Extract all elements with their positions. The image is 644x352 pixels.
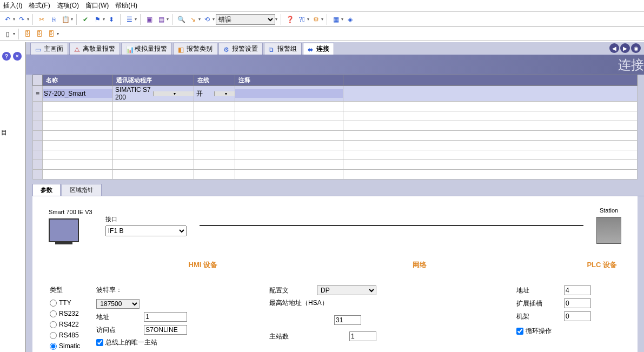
nav-next-button[interactable]: ▶	[620, 43, 630, 53]
tab-alarm-class[interactable]: ◧报警类别	[173, 43, 217, 55]
interface-select[interactable]: IF1 B	[105, 225, 187, 236]
help-dropdown[interactable]: ▾	[307, 17, 309, 22]
hmi-addr-input[interactable]	[144, 312, 187, 322]
goto-dropdown[interactable]: ▾	[198, 17, 201, 22]
table-row-empty[interactable]	[33, 131, 638, 141]
menu-insert[interactable]: 插入(I)	[3, 1, 22, 10]
layers-icon[interactable]: ◈	[344, 14, 355, 25]
tab-alarm-group[interactable]: ⧉报警组	[264, 43, 302, 55]
tab-analog-alarm[interactable]: 📊模拟量报警	[121, 43, 172, 55]
undo-dropdown[interactable]: ▾	[13, 17, 15, 22]
paste-icon[interactable]: 📋	[60, 14, 71, 25]
redo-dropdown[interactable]: ▾	[27, 17, 29, 22]
close-panel-button[interactable]: ?	[2, 52, 11, 61]
radio-rs485[interactable]	[50, 332, 57, 339]
hsa-input[interactable]	[334, 315, 361, 325]
radio-simatic[interactable]	[50, 343, 57, 350]
db-dropdown[interactable]: ▾	[57, 31, 59, 36]
col-name[interactable]: 名称	[43, 75, 113, 86]
radio-tty[interactable]	[50, 300, 57, 307]
cell-name-input[interactable]	[43, 89, 112, 98]
table-row[interactable]: ≡ SIMATIC S7 200▾ 开▾	[33, 86, 638, 102]
cyclic-checkbox[interactable]	[516, 328, 523, 335]
tab-connection[interactable]: ⬌连接	[303, 43, 334, 55]
db3-icon[interactable]: 🗄	[46, 29, 57, 39]
menu-options[interactable]: 选项(O)	[57, 1, 79, 10]
info-icon[interactable]: ⚙	[310, 14, 321, 25]
secondary-toolbar: ▯▾ 🗄 🗄 🗄▾	[0, 27, 644, 41]
list-dropdown[interactable]: ▾	[135, 17, 137, 22]
tab-main-screen[interactable]: ▭主画面	[30, 43, 68, 55]
tab-alarm-settings[interactable]: ⚙报警设置	[218, 43, 263, 55]
cut-icon[interactable]: ✂	[36, 14, 47, 25]
whatsthis-icon[interactable]: ?⃝	[296, 14, 307, 25]
menu-help[interactable]: 帮助(H)	[115, 1, 137, 10]
replace-dropdown[interactable]: ▾	[213, 17, 215, 22]
menu-window[interactable]: 窗口(W)	[85, 1, 109, 10]
table-row-empty[interactable]	[33, 121, 638, 131]
pin-panel-button[interactable]: ✕	[13, 52, 22, 61]
tab-discrete-alarm[interactable]: ⚠离散量报警	[69, 43, 120, 55]
rack-input[interactable]	[564, 311, 591, 321]
device-dropdown[interactable]: ▾	[167, 17, 169, 22]
access-input[interactable]	[144, 325, 187, 335]
device2-icon[interactable]: ▤	[156, 14, 167, 25]
copy-icon[interactable]: ⎘	[48, 14, 59, 25]
master-count-input[interactable]	[349, 331, 376, 341]
goto-icon[interactable]: ↘	[188, 14, 198, 25]
table-row-empty[interactable]	[33, 141, 638, 150]
profile-select[interactable]: DP	[317, 285, 376, 295]
cell-driver-value[interactable]: SIMATIC S7 200	[113, 86, 153, 101]
transfer-icon[interactable]: ⬍	[106, 14, 117, 25]
online-dropdown-button[interactable]: ▾	[214, 91, 235, 96]
tool2-a-dropdown[interactable]: ▾	[13, 31, 15, 36]
grid-icon[interactable]: ▦	[330, 14, 341, 25]
undo-icon[interactable]: ↶	[2, 14, 13, 25]
paste-dropdown[interactable]: ▾	[71, 17, 73, 22]
nav-prev-button[interactable]: ◀	[609, 43, 619, 53]
help-icon[interactable]: ❓	[284, 14, 295, 25]
device1-icon[interactable]: ▣	[144, 14, 155, 25]
table-row-empty[interactable]	[33, 111, 638, 121]
table-row-empty[interactable]	[33, 160, 638, 170]
menu-format[interactable]: 格式(F)	[29, 1, 50, 10]
cell-comment-input[interactable]	[235, 89, 343, 98]
redo-icon[interactable]: ↷	[16, 14, 27, 25]
flag-dropdown[interactable]: ▾	[103, 17, 105, 22]
only-master-checkbox[interactable]	[96, 339, 103, 346]
tool2-a-icon[interactable]: ▯	[2, 29, 13, 39]
error-dropdown[interactable]: ▾	[275, 17, 277, 22]
radio-rs232[interactable]	[50, 310, 57, 317]
table-row-empty[interactable]	[33, 170, 638, 180]
tab-params[interactable]: 参数	[32, 184, 61, 196]
class-icon: ◧	[178, 46, 184, 52]
nav-close-button[interactable]: ◉	[631, 43, 641, 53]
col-comment[interactable]: 注释	[235, 75, 343, 86]
cell-online-value[interactable]: 开	[194, 89, 214, 98]
error-select[interactable]: 错误	[216, 14, 275, 25]
db2-icon[interactable]: 🗄	[34, 29, 45, 39]
page-title: 连接	[618, 56, 644, 74]
info-dropdown[interactable]: ▾	[321, 17, 323, 22]
col-online[interactable]: 在线	[194, 75, 235, 86]
tab-area-pointer[interactable]: 区域指针	[62, 184, 102, 196]
flag-icon[interactable]: ⚑	[92, 14, 103, 25]
check-icon[interactable]: ✔	[80, 14, 91, 25]
replace-icon[interactable]: ⟲	[202, 14, 213, 25]
settings-icon: ⚙	[223, 46, 230, 52]
find-icon[interactable]: 🔍	[176, 14, 187, 25]
driver-dropdown-button[interactable]: ▾	[153, 91, 194, 96]
plc-addr-input[interactable]	[564, 285, 591, 295]
db1-icon[interactable]: 🗄	[22, 29, 33, 39]
grid-dropdown[interactable]: ▾	[341, 17, 343, 22]
plc-settings: 地址 扩展插槽 机架 循环操作	[509, 285, 628, 352]
table-row-empty[interactable]	[33, 102, 638, 111]
radio-rs422-label: RS422	[59, 321, 79, 328]
slot-input[interactable]	[564, 298, 591, 308]
radio-rs422[interactable]	[50, 321, 57, 328]
col-driver[interactable]: 通讯驱动程序	[113, 75, 194, 86]
baud-select[interactable]: 187500	[96, 299, 140, 309]
row-marker-icon[interactable]: ≡	[33, 86, 43, 102]
list-icon[interactable]: ☰	[124, 14, 135, 25]
table-row-empty[interactable]	[33, 150, 638, 160]
